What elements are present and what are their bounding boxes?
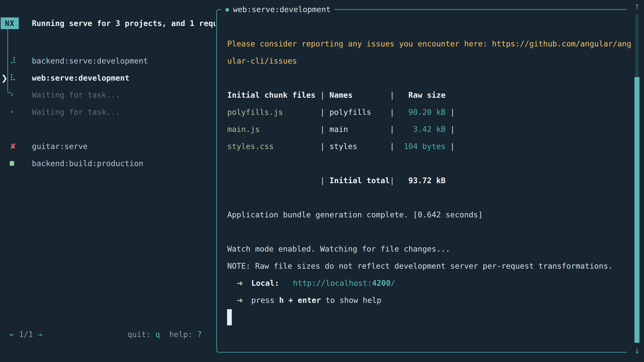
table-row: polyfills.js|polyfills|90.20 kB| [227, 104, 455, 121]
chunk-size: 104 bytes [399, 138, 446, 155]
column-separator: | [390, 121, 399, 138]
task-row-backend-build[interactable]: backend:build:production [0, 155, 215, 172]
quit-key: q [155, 330, 160, 339]
press-keys: h + enter [279, 296, 321, 305]
chunk-size: 3.42 kB [399, 121, 446, 138]
task-label: Waiting for task... [32, 103, 120, 120]
nx-tui-screen: NX Running serve for 3 projects, and 1 r… [0, 0, 644, 362]
press-suffix: to show help [326, 296, 381, 305]
column-separator: | [320, 172, 330, 189]
column-separator: | [390, 104, 399, 121]
arrow-icon: ➜ [236, 292, 251, 309]
spinner-icon: ⠧ [10, 69, 16, 86]
help-label: help: [169, 330, 192, 339]
task-row-backend-serve[interactable]: ⠼ backend:serve:development [0, 52, 215, 69]
task-label: Waiting for task... [32, 86, 120, 103]
note-line: NOTE: Raw file sizes do not reflect deve… [227, 257, 613, 275]
chunk-file: main.js [227, 121, 320, 138]
chunk-name: main [330, 121, 390, 138]
column-separator: | [390, 138, 399, 155]
arrow-icon: ➜ [236, 275, 251, 292]
panel-title-text: web:serve:development [233, 5, 331, 14]
column-separator: | [390, 86, 399, 104]
pager-right-arrow-icon[interactable]: → [38, 330, 42, 339]
total-size: 93.72 kB [399, 172, 446, 189]
task-row-waiting-1[interactable]: Waiting for task... [0, 86, 215, 103]
table-row: main.js|main|3.42 kB| [227, 121, 455, 138]
nx-logo-badge: NX [1, 17, 19, 29]
task-label: backend:serve:development [32, 52, 148, 69]
column-separator: | [320, 121, 330, 138]
table-header-row: Initial chunk files|Names|Raw size [227, 86, 446, 104]
scrollbar-down-arrow-icon[interactable]: ↓ [632, 346, 642, 355]
chunk-name: polyfills [330, 104, 390, 121]
task-label: backend:build:production [32, 155, 144, 172]
chunk-file: polyfills.js [227, 104, 320, 121]
column-separator: | [390, 172, 399, 189]
task-row-guitar-serve[interactable]: ✘ guitar:serve [0, 138, 215, 155]
pager: ← 1/1 → [10, 326, 42, 343]
local-label: Local: [251, 279, 279, 288]
help-hint-line: ➜pressh + enterto show help [227, 292, 381, 309]
task-row-web-serve[interactable]: ❯ ⠧ web:serve:development [0, 69, 215, 86]
col-header-size: Raw size [399, 86, 446, 104]
col-header-files: Initial chunk files [227, 86, 320, 104]
column-separator: | [446, 121, 455, 138]
column-separator: | [446, 138, 455, 155]
app-title: Running serve for 3 projects, and 1 requ [32, 17, 216, 29]
table-total-row: |Initial total|93.72 kB [227, 172, 446, 189]
notice-line-1: Please consider reporting any issues you… [227, 35, 631, 52]
waiting-dot-icon [10, 103, 13, 120]
spinner-icon: ⠼ [10, 52, 16, 69]
column-separator: | [446, 104, 455, 121]
sidebar-footer: ← 1/1 → quit:q help:? [0, 326, 215, 343]
terminal-cursor [227, 309, 232, 325]
column-separator: | [320, 104, 330, 121]
panel-title: ● web:serve:development [221, 1, 334, 17]
scrollbar-up-arrow-icon[interactable]: ↑ [632, 1, 642, 11]
pager-value: 1/1 [19, 330, 33, 339]
failed-cross-icon: ✘ [10, 138, 16, 155]
scrollbar-thumb[interactable] [634, 77, 640, 343]
running-dot-icon: ● [226, 6, 229, 12]
bundle-complete-line: Application bundle generation complete. … [227, 206, 483, 223]
pager-left-arrow-icon[interactable]: ← [10, 330, 14, 339]
total-label: Initial total [330, 172, 390, 189]
selection-chevron-icon: ❯ [1, 69, 8, 86]
column-separator: | [320, 86, 330, 104]
col-header-names: Names [330, 86, 390, 104]
waiting-dot-icon [10, 86, 13, 103]
local-url-line: ➜Local:http://localhost:4200/ [227, 275, 395, 292]
scrollbar-track[interactable] [636, 14, 638, 77]
task-label: web:serve:development [32, 69, 130, 86]
table-row: styles.css|styles|104 bytes| [227, 138, 455, 155]
chunk-name: styles [330, 138, 390, 155]
press-prefix: press [251, 292, 279, 309]
task-label: guitar:serve [32, 138, 88, 155]
quit-label: quit: [128, 330, 150, 339]
hotkey-hints: quit:q help:? [128, 326, 202, 343]
column-separator: | [320, 138, 330, 155]
help-key: ? [197, 330, 202, 339]
local-url[interactable]: http://localhost:4200/ [293, 279, 395, 288]
chunk-size: 90.20 kB [399, 104, 446, 121]
notice-line-2: ular-cli/issues [227, 52, 297, 69]
watch-mode-line: Watch mode enabled. Watching for file ch… [227, 240, 450, 257]
task-row-waiting-2[interactable]: Waiting for task... [0, 103, 215, 120]
success-square-icon [10, 155, 14, 172]
chunk-file: styles.css [227, 138, 320, 155]
